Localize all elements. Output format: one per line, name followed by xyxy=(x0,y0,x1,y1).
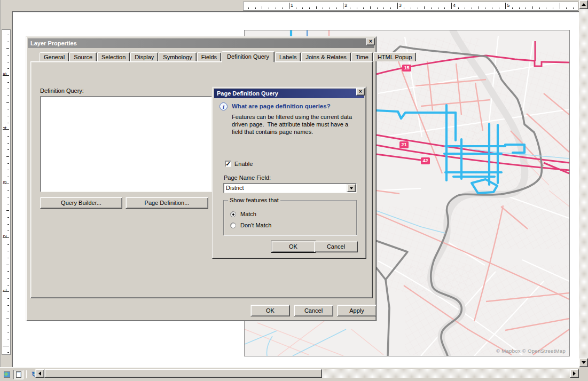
ruler-tick xyxy=(7,96,9,96)
ruler-tick xyxy=(357,7,357,9)
cancel-button[interactable]: Cancel xyxy=(314,241,358,252)
tab-html-popup[interactable]: HTML Popup xyxy=(373,52,416,61)
ruler-tick xyxy=(505,3,506,9)
ruler-tick xyxy=(438,7,438,9)
combobox-dropdown-button[interactable] xyxy=(347,184,356,192)
enable-checkbox-label: Enable xyxy=(234,161,253,167)
ruler-tick xyxy=(7,68,9,69)
ok-button-label: OK xyxy=(289,243,297,250)
ok-button[interactable]: OK xyxy=(250,305,290,316)
arrow-up-icon xyxy=(582,1,586,6)
ruler-tick xyxy=(7,258,9,258)
vertical-scrollbar-track[interactable] xyxy=(579,9,588,358)
close-icon[interactable]: × xyxy=(356,88,365,96)
scroll-down-button[interactable] xyxy=(579,358,588,367)
ruler-tick xyxy=(7,312,9,312)
ruler-tick xyxy=(255,7,256,9)
horizontal-scrollbar-track[interactable] xyxy=(322,369,570,378)
ruler-tick xyxy=(7,244,9,245)
ruler-tick xyxy=(3,237,9,238)
page-definition-query-titlebar[interactable]: Page Definition Query xyxy=(214,89,364,98)
ruler-tick xyxy=(7,82,9,83)
arrow-left-icon xyxy=(36,371,41,376)
ruler-tick xyxy=(3,291,9,292)
ruler-tick xyxy=(7,298,9,299)
tab-general[interactable]: General xyxy=(40,52,69,61)
ruler-tick xyxy=(6,319,9,319)
ruler-tick xyxy=(383,7,384,9)
ruler-tick xyxy=(573,7,574,9)
tab-joins-relates[interactable]: Joins & Relates xyxy=(301,52,350,61)
tab-fields[interactable]: Fields xyxy=(197,52,221,61)
dont-match-radio[interactable] xyxy=(230,223,236,228)
ruler-tick xyxy=(7,278,9,279)
cancel-button[interactable]: Cancel xyxy=(294,305,333,316)
ruler-tick xyxy=(7,177,9,177)
ruler-tick xyxy=(7,62,9,62)
page-definition-query-title: Page Definition Query xyxy=(217,90,278,97)
scroll-up-button[interactable] xyxy=(579,0,588,9)
ruler-tick xyxy=(7,163,9,164)
ruler-tick xyxy=(6,265,9,265)
ruler-tick xyxy=(323,7,323,9)
layer-properties-titlebar[interactable]: Layer Properties xyxy=(28,38,374,48)
ruler-tick xyxy=(532,6,533,9)
ruler-number: 4 xyxy=(453,3,456,8)
ruler-tick xyxy=(3,75,9,76)
page-definition-body-line: field that contains page names. xyxy=(232,129,313,135)
apply-button-label: Apply xyxy=(349,307,364,314)
layout-view-icon xyxy=(16,371,21,378)
page-definition-button-label: Page Definition... xyxy=(145,200,190,206)
horizontal-scrollbar-thumb[interactable] xyxy=(44,369,322,378)
ruler-tick xyxy=(485,7,485,9)
definition-query-textarea[interactable] xyxy=(40,96,212,192)
ruler-tick xyxy=(7,190,9,190)
page-name-field-combobox[interactable]: District xyxy=(223,183,357,193)
tab-display[interactable]: Display xyxy=(130,52,158,61)
data-view-button[interactable] xyxy=(2,370,12,379)
ruler-tick xyxy=(7,352,9,353)
page-name-field-value: District xyxy=(226,185,244,191)
cancel-button-label: Cancel xyxy=(327,243,345,250)
apply-button[interactable]: Apply xyxy=(337,305,377,316)
page-definition-button[interactable]: Page Definition... xyxy=(126,197,208,209)
scroll-right-button[interactable] xyxy=(570,369,579,378)
info-icon: i xyxy=(219,102,228,110)
ruler-tick xyxy=(262,6,262,9)
scroll-left-button[interactable] xyxy=(35,369,44,378)
match-radio[interactable] xyxy=(230,211,236,217)
ruler-tick xyxy=(7,339,9,339)
vertical-scrollbar[interactable] xyxy=(579,0,588,367)
ruler-tick xyxy=(539,7,540,9)
highway-shield-42: 42 xyxy=(421,157,430,164)
data-view-icon xyxy=(4,371,10,378)
ruler-tick xyxy=(276,7,276,9)
bottom-bar: ↻ xyxy=(0,367,588,381)
query-builder-button[interactable]: Query Builder... xyxy=(40,197,122,209)
tab-selection[interactable]: Selection xyxy=(97,52,130,61)
layout-view-button[interactable] xyxy=(13,370,23,379)
ruler-tick xyxy=(330,7,330,9)
ruler-tick xyxy=(3,129,9,130)
tab-definition-query[interactable]: Definition Query xyxy=(222,51,275,62)
ruler-tick xyxy=(248,7,249,9)
page-definition-body-line: Features can be filtered using the curre… xyxy=(232,114,352,120)
ruler-tick xyxy=(6,102,9,103)
map-attribution: © Mapbox © OpenStreetMap xyxy=(496,348,566,354)
ruler-tick xyxy=(418,7,418,9)
tab-symbology[interactable]: Symbology xyxy=(159,52,196,61)
ruler-tick xyxy=(519,7,520,9)
ruler-tick xyxy=(3,346,9,346)
ruler-tick xyxy=(309,7,310,9)
enable-checkbox[interactable]: ✓ xyxy=(225,161,231,167)
close-icon[interactable]: × xyxy=(366,38,375,45)
ruler-tick xyxy=(282,7,283,9)
ruler-tick xyxy=(424,6,425,9)
tab-time[interactable]: Time xyxy=(351,52,373,61)
horizontal-scrollbar[interactable] xyxy=(35,369,579,378)
ok-button[interactable]: OK xyxy=(271,241,315,252)
ruler-tick xyxy=(7,149,9,150)
tab-source[interactable]: Source xyxy=(69,52,97,61)
tab-labels[interactable]: Labels xyxy=(275,52,301,61)
ruler-tick xyxy=(7,55,9,55)
